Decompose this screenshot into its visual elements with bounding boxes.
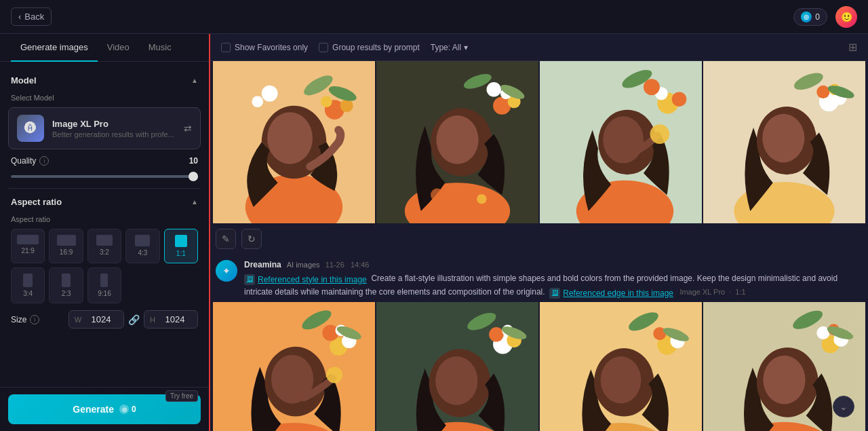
content-area: ✎ ↻ ✦ Dreamina AI images 11-26 1 [210, 61, 868, 431]
scroll-down-button[interactable]: ⌄ [833, 396, 854, 417]
avatar[interactable]: 🙂 [835, 6, 857, 28]
quality-info-icon[interactable]: i [39, 156, 49, 166]
type-dropdown[interactable]: Type: All ▾ [431, 43, 468, 52]
width-field: W [68, 310, 124, 329]
prompt-service: AI images [287, 261, 320, 269]
aspect-3-2-label: 3:2 [100, 248, 109, 256]
model-collapse-icon: ▲ [191, 77, 198, 84]
group-by-prompt-label: Group results by prompt [332, 43, 420, 52]
prompt-meta: Image XL Pro · 1:1 [679, 286, 745, 298]
link-icon[interactable]: 🔗 [128, 314, 140, 325]
edit-button-1[interactable]: ✎ [216, 229, 236, 249]
illustration-1-3 [540, 61, 702, 223]
aspect-3-4[interactable]: 3:4 [11, 267, 45, 303]
illustration-1-1 [213, 61, 375, 223]
refresh-icon: ↻ [248, 233, 256, 244]
quality-text: Quality [11, 156, 36, 166]
tab-video[interactable]: Video [98, 34, 139, 62]
aspect-9-16[interactable]: 9:16 [87, 267, 121, 303]
size-row: Size i W 🔗 H [8, 303, 201, 333]
chevron-down-icon: ⌄ [840, 401, 848, 412]
height-input[interactable] [158, 314, 192, 324]
edit-icon: ✎ [222, 233, 230, 244]
aspect-ratio-label: Aspect ratio [8, 212, 201, 229]
aspect-2-3[interactable]: 2:3 [49, 267, 83, 303]
ref-link-2[interactable]: 🖼 Referenced edge in this image [549, 287, 673, 299]
ref-icon-2: 🖼 [549, 288, 560, 299]
tab-music[interactable]: Music [139, 34, 181, 62]
aspect-ratio-grid-row1: 21:9 16:9 3:2 4:3 1:1 [8, 229, 201, 263]
svg-point-14 [436, 115, 478, 164]
quality-slider[interactable] [11, 175, 198, 178]
aspect-1-1[interactable]: 1:1 [164, 229, 198, 263]
image-cell-1-4[interactable] [703, 61, 865, 223]
illustration-1-4 [703, 61, 865, 223]
group-by-prompt-filter[interactable]: Group results by prompt [319, 43, 420, 52]
aspect-1-1-box [175, 235, 187, 247]
svg-point-5 [340, 99, 353, 112]
aspect-ratio-title: Aspect ratio [11, 197, 62, 207]
image-cell-2-3[interactable] [540, 302, 702, 432]
credits-icon: ◎ [801, 12, 812, 22]
size-label: Size i [11, 315, 39, 324]
back-button[interactable]: ‹ Back [11, 7, 52, 26]
action-row-1: ✎ ↻ [210, 223, 868, 255]
image-cell-1-1[interactable] [213, 61, 375, 223]
tab-generate-images[interactable]: Generate images [11, 34, 98, 62]
illustration-2-3 [540, 302, 702, 432]
aspect-3-4-box [23, 274, 33, 287]
sidebar-tabs: Generate images Video Music [0, 34, 209, 62]
aspect-16-9[interactable]: 16:9 [49, 229, 83, 263]
svg-point-39 [816, 86, 829, 98]
aspect-ratio-section-header[interactable]: Aspect ratio ▲ [8, 191, 201, 212]
svg-point-3 [267, 112, 313, 164]
aspect-2-3-box [62, 274, 71, 287]
size-text: Size [11, 315, 26, 324]
image-cell-1-3[interactable] [540, 61, 702, 223]
refresh-button-1[interactable]: ↻ [241, 229, 262, 249]
sidebar: Generate images Video Music Model ▲ Sele… [0, 34, 210, 431]
aspect-3-2[interactable]: 3:2 [87, 229, 121, 263]
model-section-header[interactable]: Model ▲ [8, 70, 201, 91]
credits-badge: ◎ 0 [793, 8, 827, 26]
model-action-icon: ⇄ [184, 123, 192, 134]
svg-point-6 [321, 96, 332, 107]
svg-point-7 [262, 86, 278, 102]
ref-link-1[interactable]: 🖼 Referenced style in this image [244, 274, 367, 286]
svg-point-28 [672, 92, 687, 107]
image-cell-1-2[interactable] [376, 61, 538, 223]
svg-point-60 [489, 327, 504, 342]
svg-point-57 [435, 356, 477, 405]
aspect-3-4-label: 3:4 [23, 290, 33, 297]
grid-view-icon[interactable]: ⊞ [848, 41, 857, 54]
illustration-2-2 [376, 302, 538, 432]
show-favorites-checkbox[interactable] [221, 43, 231, 52]
svg-point-26 [603, 116, 644, 163]
width-input[interactable] [84, 314, 118, 324]
size-info-icon[interactable]: i [30, 315, 39, 324]
type-dropdown-icon: ▾ [464, 43, 468, 52]
quality-value: 10 [189, 156, 198, 166]
prompt-header: Dreamina AI images 11-26 14:46 [244, 260, 863, 269]
quality-row: Quality i 10 [8, 149, 201, 170]
show-favorites-label: Show Favorites only [235, 43, 308, 52]
generate-area: Try free Generate ◎ 0 [0, 387, 209, 431]
model-name: Image XL Pro [52, 119, 176, 129]
show-favorites-filter[interactable]: Show Favorites only [221, 43, 308, 52]
aspect-21-9[interactable]: 21:9 [11, 229, 45, 263]
model-icon: 🅐 [17, 115, 44, 142]
image-cell-2-2[interactable] [376, 302, 538, 432]
model-section-title: Model [11, 75, 37, 86]
image-cell-2-1[interactable] [213, 302, 375, 432]
image-row-2 [210, 302, 868, 432]
svg-point-68 [601, 356, 642, 403]
generate-credits: ◎ 0 [119, 405, 136, 414]
illustration-2-1 [213, 302, 375, 432]
aspect-4-3[interactable]: 4:3 [125, 229, 159, 263]
model-card[interactable]: 🅐 Image XL Pro Better generation results… [8, 107, 201, 149]
aspect-4-3-label: 4:3 [138, 249, 147, 257]
group-by-prompt-checkbox[interactable] [319, 43, 328, 52]
image-row-1 [210, 61, 868, 223]
aspect-4-3-box [135, 235, 150, 246]
sidebar-body: Model ▲ Select Model 🅐 Image XL Pro Bett… [0, 62, 209, 387]
